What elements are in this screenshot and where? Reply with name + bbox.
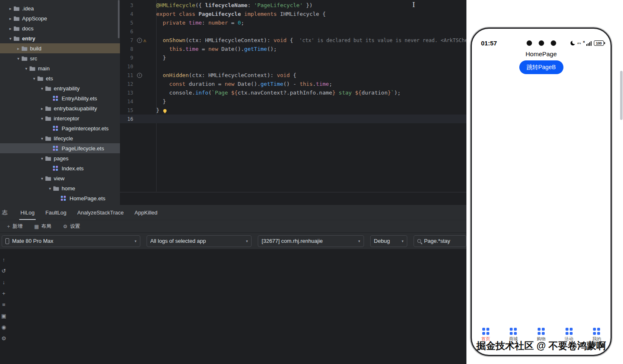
tree-item-label: ets xyxy=(46,75,53,82)
log-output[interactable]: ↑↺↓+≡▣◉⚙ xyxy=(0,250,466,364)
code-line-6[interactable]: 6 xyxy=(120,27,466,36)
line-number: 16 xyxy=(120,116,133,122)
project-tree-scrollbar[interactable] xyxy=(118,0,120,38)
tree-item-entrybackupability[interactable]: ▸entrybackupability xyxy=(0,103,120,113)
tree-item-main[interactable]: ▾main xyxy=(0,63,120,73)
tree-item-src[interactable]: ▾src xyxy=(0,53,120,63)
chevron-icon[interactable]: ▸ xyxy=(7,26,13,31)
status-time: 01:57 xyxy=(481,40,497,47)
settings-button[interactable]: ⚙设置 xyxy=(59,222,84,231)
chevron-icon[interactable]: ▾ xyxy=(39,156,45,161)
tree-item-label: main xyxy=(38,65,50,72)
data-sync-icon: ‹··› xyxy=(577,41,581,45)
tree-item-lifecycle[interactable]: ▾lifecycle xyxy=(0,133,120,143)
ets-file-icon xyxy=(53,126,60,131)
add-button[interactable]: +新增 xyxy=(3,222,26,231)
tree-item-pagelifecycle-ets[interactable]: PageLifecycle.ets xyxy=(0,143,120,153)
line-number: 5 xyxy=(120,20,133,26)
tree-item-appscope[interactable]: ▸AppScope xyxy=(0,13,120,23)
tree-item-view[interactable]: ▾view xyxy=(0,173,120,183)
code-text: onHidden(ctx: HMLifecycleContext): void … xyxy=(152,72,297,78)
code-line-14[interactable]: 14 } xyxy=(120,97,466,106)
chevron-icon[interactable]: ▾ xyxy=(23,66,29,71)
log-level-select[interactable]: Debug ▾ xyxy=(370,235,407,247)
intention-bulb-icon[interactable] xyxy=(163,109,167,112)
code-line-11[interactable]: 11↑ onHidden(ctx: HMLifecycleContext): v… xyxy=(120,71,466,80)
chevron-icon[interactable]: ▸ xyxy=(7,6,13,11)
chevron-icon[interactable]: ▾ xyxy=(7,36,13,41)
chevron-icon[interactable]: ▾ xyxy=(39,136,45,141)
tree-item-label: entry xyxy=(22,35,35,42)
add-icon[interactable]: + xyxy=(2,291,5,296)
log-scope-select[interactable]: All logs of selected app ▾ xyxy=(147,235,252,247)
grid-tab-icon xyxy=(482,328,489,335)
plus-icon: + xyxy=(7,224,10,229)
code-line-13[interactable]: 13 console.info(`Page ${ctx.navContext?.… xyxy=(120,88,466,97)
code-line-5[interactable]: 5 private time: number = 0; xyxy=(120,18,466,27)
chevron-icon[interactable]: ▾ xyxy=(39,86,45,91)
code-line-4[interactable]: 4export class PageLifecycle implements I… xyxy=(120,10,466,18)
chevron-icon[interactable]: ▸ xyxy=(39,106,45,111)
status-icons: ‹··› ✕ 100 xyxy=(571,40,604,46)
settings-icon[interactable]: ⚙ xyxy=(1,336,6,341)
chevron-icon[interactable]: ▾ xyxy=(31,76,37,81)
chevron-icon[interactable]: ▸ xyxy=(15,46,21,51)
log-search-input[interactable]: Page.*stay xyxy=(414,235,466,247)
code-line-8[interactable]: 8 this.time = new Date().getTime(); xyxy=(120,45,466,53)
warning-icon[interactable]: ⚠ xyxy=(143,38,146,43)
tree-item-build[interactable]: ▸build xyxy=(0,43,120,53)
scroll-to-end-icon[interactable]: ↓ xyxy=(2,279,5,285)
folder-icon xyxy=(13,26,21,31)
tree-item-entryability[interactable]: ▾entryability xyxy=(0,83,120,93)
log-tab-bar: 志 HiLog FaultLog AnalyzeStackTrace AppKi… xyxy=(0,205,466,220)
tab-analyzestacktrace[interactable]: AnalyzeStackTrace xyxy=(72,205,130,220)
scroll-up-icon[interactable]: ↑ xyxy=(2,257,5,262)
tree-item-pages[interactable]: ▾pages xyxy=(0,153,120,163)
tree-item-ets[interactable]: ▾ets xyxy=(0,73,120,83)
line-number: 15 xyxy=(120,107,133,113)
jump-pageb-button[interactable]: 跳转PageB xyxy=(519,60,563,74)
code-line-16[interactable]: 16 xyxy=(120,115,466,123)
chevron-icon[interactable]: ▾ xyxy=(47,186,53,191)
soft-wrap-icon[interactable]: ≡ xyxy=(2,302,5,307)
tree-item-interceptor[interactable]: ▾interceptor xyxy=(0,113,120,123)
tree-item-label: entryability xyxy=(54,85,80,92)
chevron-icon[interactable]: ▾ xyxy=(39,116,45,121)
folder-icon xyxy=(13,16,21,21)
layout-button[interactable]: ▦布局 xyxy=(30,222,55,231)
device-select[interactable]: Mate 80 Pro Max ▾ xyxy=(2,235,140,247)
tree-item-entry[interactable]: ▾entry xyxy=(0,33,120,43)
tree-item--idea[interactable]: ▸.idea xyxy=(0,3,120,13)
restart-icon[interactable]: ↺ xyxy=(2,268,6,274)
chevron-icon[interactable]: ▾ xyxy=(15,56,21,61)
tree-item-label: HomePage.ets xyxy=(70,195,105,202)
code-line-12[interactable]: 12 const duration = new Date().getTime()… xyxy=(120,80,466,88)
tab-appkilled[interactable]: AppKilled xyxy=(129,205,163,220)
panel-title: 志 xyxy=(2,209,7,216)
tab-faultlog[interactable]: FaultLog xyxy=(40,205,72,220)
tree-item-docs[interactable]: ▸docs xyxy=(0,23,120,33)
chevron-icon[interactable]: ▸ xyxy=(7,16,13,21)
record-icon[interactable]: ◉ xyxy=(1,324,6,330)
chevron-icon[interactable]: ▾ xyxy=(39,176,45,181)
tree-item-entryability-ets[interactable]: EntryAbility.ets xyxy=(0,93,120,103)
code-editor[interactable]: 3@HMLifecycle({ lifecycleName: 'PageLife… xyxy=(120,0,466,205)
code-line-9[interactable]: 9 } xyxy=(120,53,466,62)
code-text: const duration = new Date().getTime() - … xyxy=(152,81,332,87)
override-icon[interactable]: ↑ xyxy=(137,38,142,43)
tree-item-pageinterceptor-ets[interactable]: PageInterceptor.ets xyxy=(0,123,120,133)
editor-splitter[interactable] xyxy=(120,192,466,192)
process-select[interactable]: [32677] com.rhj.renhuajie ▾ xyxy=(258,235,364,247)
code-line-15[interactable]: 15} xyxy=(120,106,466,115)
folder-icon xyxy=(21,56,29,61)
tree-item-homepage-ets[interactable]: HomePage.ets xyxy=(0,193,120,203)
clear-log-icon[interactable]: ▣ xyxy=(1,313,6,319)
tab-hilog[interactable]: HiLog xyxy=(15,205,40,220)
code-line-10[interactable]: 10 xyxy=(120,62,466,71)
page-scrollbar[interactable] xyxy=(620,71,623,120)
override-icon[interactable]: ↑ xyxy=(137,73,142,78)
tree-item-home[interactable]: ▾home xyxy=(0,183,120,193)
tree-item-index-ets[interactable]: Index.ets xyxy=(0,163,120,173)
ets-file-icon xyxy=(53,96,60,101)
code-line-7[interactable]: 7↑⚠ onShown(ctx: HMLifecycleContext): vo… xyxy=(120,36,466,45)
